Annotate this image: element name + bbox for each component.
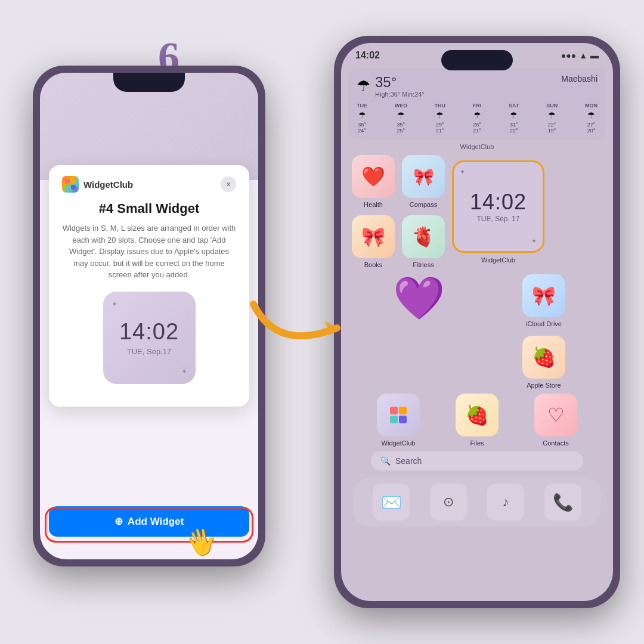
clock-widget-time: 14:02 xyxy=(470,190,527,215)
preview-time: 14:02 xyxy=(119,319,179,345)
heart-locket-icon: 💜 xyxy=(389,268,448,328)
modal-logo: WidgetClub xyxy=(62,176,133,193)
files-label: Files xyxy=(470,439,484,447)
dock: ✉️ ⊙ ♪ 📞 xyxy=(353,478,601,527)
app-fitness[interactable]: 🫀 Fitness xyxy=(402,215,445,268)
icloud-label: iCloud Drive xyxy=(526,320,562,327)
apple-store-label: Apple Store xyxy=(527,382,561,389)
app-widgetclub2[interactable]: WidgetClub xyxy=(377,394,420,447)
files-icon: 🍓 xyxy=(456,394,499,436)
dynamic-island xyxy=(441,50,513,70)
sparkle-br: ✦ xyxy=(181,367,187,376)
widgetclub2-label: WidgetClub xyxy=(382,439,416,447)
right-apps-col: 🎀 iCloud Drive 🍓 Apple Store xyxy=(522,274,565,389)
apps-col-left: ❤️ Health 🎀 Books xyxy=(352,155,395,268)
logo-cell-4 xyxy=(71,185,76,190)
sparkle-tl: ✦ xyxy=(112,300,117,308)
contacts-label: Contacts xyxy=(543,439,568,447)
app-books[interactable]: 🎀 Books xyxy=(352,215,395,268)
dock-mail[interactable]: ✉️ xyxy=(373,484,410,521)
right-phone-screen: 14:02 ●●● ▲ ▬ ☂ 35° High:36° Min:24° Mae… xyxy=(341,43,613,601)
modal-close-button[interactable]: × xyxy=(221,177,236,192)
logo-grid xyxy=(65,179,76,190)
weather-icon: ☂ xyxy=(357,77,370,95)
clock-widget-label: WidgetClub xyxy=(481,256,515,264)
weather-top: ☂ 35° High:36° Min:24° Maebashi xyxy=(357,74,597,98)
books-label: Books xyxy=(364,261,383,268)
cw-sparkle-br: ✦ xyxy=(531,237,537,245)
forecast-thu: THU ☂ 29°21° xyxy=(435,103,446,134)
search-icon: 🔍 xyxy=(380,456,391,466)
icloud-icon: 🎀 xyxy=(522,274,565,317)
dock-phone[interactable]: 📞 xyxy=(544,484,581,521)
fitness-icon: 🫀 xyxy=(402,215,445,258)
app-health[interactable]: ❤️ Health xyxy=(352,155,395,208)
weather-temp: 35° xyxy=(375,74,425,91)
widget-preview: ✦ 14:02 TUE, Sep.17 ✦ xyxy=(103,292,196,384)
left-phone: WidgetClub × #4 Small Widget Widgets in … xyxy=(33,66,265,566)
compass-label: Compass xyxy=(410,201,437,208)
widgetclub2-icon xyxy=(377,394,420,436)
weather-widget: ☂ 35° High:36° Min:24° Maebashi TUE ☂ 36… xyxy=(348,68,606,140)
forecast-sun: SUN ☂ 22°19° xyxy=(546,103,558,134)
dock-compass[interactable]: ⊙ xyxy=(430,484,467,521)
signal-icon: ●●● xyxy=(561,51,576,60)
forecast-wed: WED ☂ 35°25° xyxy=(395,103,407,134)
modal-logo-label: WidgetClub xyxy=(83,179,133,190)
status-time: 14:02 xyxy=(355,50,380,61)
health-icon: ❤️ xyxy=(352,155,395,198)
books-icon: 🎀 xyxy=(352,215,395,258)
widgetclub-logo-icon xyxy=(62,176,79,193)
weather-forecast: TUE ☂ 36°24° WED ☂ 35°25° THU ☂ 29°21° F… xyxy=(357,103,597,134)
app-icloud[interactable]: 🎀 iCloud Drive xyxy=(522,274,565,327)
left-notch xyxy=(113,73,185,92)
bottom-apps-row: 💜 🎀 iCloud Drive 🍓 Apple Store xyxy=(341,274,613,389)
right-phone: 14:02 ●●● ▲ ▬ ☂ 35° High:36° Min:24° Mae… xyxy=(334,36,620,608)
clock-widget-date: TUE, Sep. 17 xyxy=(476,215,519,223)
forecast-fri: FRI ☂ 26°21° xyxy=(473,103,482,134)
forecast-tue: TUE ☂ 36°24° xyxy=(357,103,367,134)
battery-icon: ▬ xyxy=(590,51,599,60)
app-compass[interactable]: 🎀 Compass xyxy=(402,155,445,208)
heart-locket-item[interactable]: 💜 xyxy=(389,268,448,389)
left-phone-screen: WidgetClub × #4 Small Widget Widgets in … xyxy=(40,73,258,559)
contacts-icon: ♡ xyxy=(534,394,577,436)
red-outline-highlight xyxy=(45,507,253,543)
modal-description: Widgets in S, M, L sizes are arranged in… xyxy=(62,222,236,281)
search-label: Search xyxy=(395,456,422,466)
forecast-sat: SAT ☂ 31°22° xyxy=(509,103,519,134)
weather-info: 35° High:36° Min:24° xyxy=(375,74,425,98)
wifi-icon: ▲ xyxy=(579,51,587,60)
logo-cell-2 xyxy=(71,179,76,184)
mixed-row: ❤️ Health 🎀 Books 🎀 Compass 🫀 Fitness xyxy=(341,155,613,268)
modal-title: #4 Small Widget xyxy=(62,201,236,216)
weather-detail: High:36° Min:24° xyxy=(375,91,425,98)
apple-store-icon: 🍓 xyxy=(522,336,565,379)
preview-date: TUE, Sep.17 xyxy=(127,347,171,356)
dock-music[interactable]: ♪ xyxy=(487,484,524,521)
app-contacts[interactable]: ♡ Contacts xyxy=(534,394,577,447)
compass-icon: 🎀 xyxy=(402,155,445,198)
logo-cell-1 xyxy=(65,179,70,184)
cw-sparkle-tl: ✦ xyxy=(460,168,465,176)
forecast-mon: MON ☂ 27°20° xyxy=(585,103,597,134)
search-bar[interactable]: 🔍 Search xyxy=(371,451,583,470)
clock-widget: ✦ 14:02 TUE, Sep. 17 ✦ xyxy=(452,160,544,253)
clock-widget-col: ✦ 14:02 TUE, Sep. 17 ✦ WidgetClub xyxy=(452,160,544,264)
apps-col-mid: 🎀 Compass 🫀 Fitness xyxy=(402,155,445,268)
widgetclub-label: WidgetClub xyxy=(341,143,613,150)
app-files[interactable]: 🍓 Files xyxy=(456,394,499,447)
last-apps-row: WidgetClub 🍓 Files ♡ Contacts xyxy=(341,394,613,447)
app-apple-store[interactable]: 🍓 Apple Store xyxy=(522,336,565,389)
weather-left: ☂ 35° High:36° Min:24° xyxy=(357,74,425,98)
health-label: Health xyxy=(364,201,383,208)
weather-city: Maebashi xyxy=(561,74,597,83)
fitness-label: Fitness xyxy=(413,261,434,268)
arrow-indicator xyxy=(242,292,349,364)
logo-cell-3 xyxy=(65,185,70,190)
widget-modal: WidgetClub × #4 Small Widget Widgets in … xyxy=(49,165,249,407)
modal-header: WidgetClub × xyxy=(62,176,236,193)
status-icons: ●●● ▲ ▬ xyxy=(561,51,599,60)
